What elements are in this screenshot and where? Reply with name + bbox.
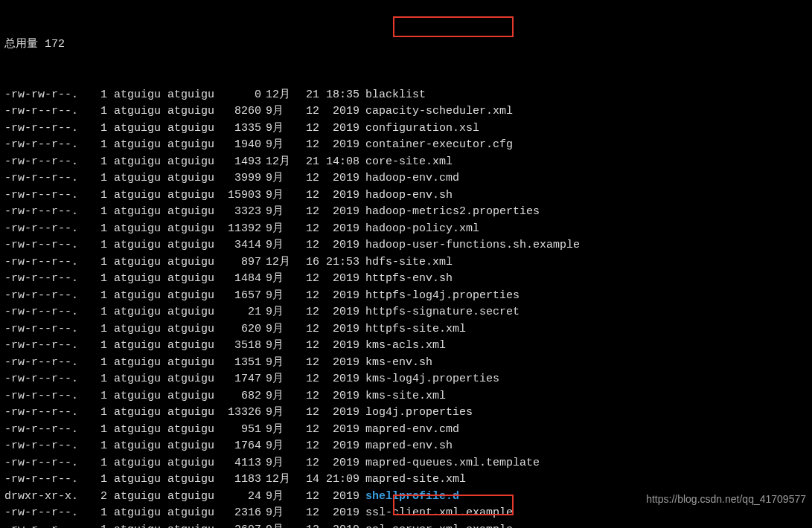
perm: -rw-r--r--.: [4, 103, 94, 120]
group: atguigu: [167, 489, 221, 506]
owner: atguigu: [114, 87, 167, 104]
file-row: -rw-r--r--.1 atguiguatguigu13519月122019k…: [4, 355, 808, 372]
owner: atguigu: [114, 103, 167, 120]
owner: atguigu: [114, 304, 167, 321]
size: 3414: [221, 237, 261, 254]
size: 4113: [221, 455, 261, 472]
day: 12: [297, 221, 319, 238]
file-row: -rw-rw-r--.1 atguiguatguigu012月2118:35bl…: [4, 87, 808, 104]
group: atguigu: [167, 321, 221, 338]
time: 2019: [319, 422, 359, 439]
day: 14: [297, 471, 319, 489]
links: 1: [94, 204, 107, 221]
size: 2697: [221, 522, 261, 529]
owner: atguigu: [114, 271, 167, 288]
size: 13326: [221, 405, 261, 422]
month: 9月: [261, 288, 297, 305]
size: 15903: [221, 187, 261, 205]
filename: shellprofile.d: [359, 489, 459, 506]
perm: -rw-r--r--.: [4, 471, 94, 489]
perm: -rw-r--r--.: [4, 137, 94, 154]
month: 9月: [261, 438, 297, 455]
owner: atguigu: [114, 371, 167, 388]
day: 12: [297, 304, 319, 321]
owner: atguigu: [114, 505, 167, 522]
size: 1335: [221, 120, 261, 138]
time: 2019: [319, 221, 359, 238]
group: atguigu: [167, 455, 221, 472]
size: 620: [221, 321, 261, 338]
size: 1764: [221, 438, 261, 455]
links: 2: [94, 489, 107, 506]
day: 12: [297, 321, 319, 338]
owner: atguigu: [114, 388, 167, 405]
filename: hadoop-metrics2.properties: [359, 204, 540, 221]
filename: ssl-client.xml.example: [359, 505, 513, 522]
file-row: -rw-r--r--.1 atguiguatguigu16579月122019h…: [4, 288, 808, 305]
size: 3999: [221, 170, 261, 187]
owner: atguigu: [114, 471, 167, 489]
month: 9月: [261, 221, 297, 238]
filename: blacklist: [359, 87, 426, 104]
file-row: -rw-r--r--.1 atguiguatguigu219月122019htt…: [4, 304, 808, 321]
size: 3518: [221, 338, 261, 355]
month: 9月: [261, 120, 297, 138]
time: 2019: [319, 405, 359, 422]
group: atguigu: [167, 137, 221, 154]
group: atguigu: [167, 154, 221, 171]
month: 9月: [261, 489, 297, 506]
time: 2019: [319, 455, 359, 472]
day: 12: [297, 338, 319, 355]
group: atguigu: [167, 471, 221, 489]
filename: hadoop-env.sh: [359, 187, 453, 205]
owner: atguigu: [114, 522, 167, 529]
day: 12: [297, 204, 319, 221]
filename: ssl-server.xml.example: [359, 522, 513, 529]
size: 897: [221, 254, 261, 271]
month: 12月: [261, 154, 297, 171]
file-row: -rw-r--r--.1 atguiguatguigu14849月122019h…: [4, 271, 808, 288]
time: 2019: [319, 338, 359, 355]
size: 3323: [221, 204, 261, 221]
time: 2019: [319, 103, 359, 120]
perm: -rw-r--r--.: [4, 288, 94, 305]
file-row: -rw-r--r--.1 atguiguatguigu17649月122019m…: [4, 438, 808, 455]
owner: atguigu: [114, 422, 167, 439]
perm: -rw-r--r--.: [4, 422, 94, 439]
links: 1: [94, 103, 107, 120]
filename: hadoop-policy.xml: [359, 221, 479, 238]
perm: -rw-r--r--.: [4, 455, 94, 472]
perm: -rw-r--r--.: [4, 254, 94, 271]
file-row: -rw-r--r--.1 atguiguatguigu13359月122019c…: [4, 120, 808, 138]
file-row: -rw-r--r--.1 atguiguatguigu149312月2114:0…: [4, 154, 808, 171]
time: 2019: [319, 321, 359, 338]
time: 2019: [319, 355, 359, 372]
day: 12: [297, 103, 319, 120]
group: atguigu: [167, 271, 221, 288]
file-row: drwxr-xr-x.2 atguiguatguigu249月122019she…: [4, 489, 808, 506]
filename: kms-site.xml: [359, 388, 446, 405]
day: 12: [297, 170, 319, 187]
time: 2019: [319, 288, 359, 305]
month: 12月: [261, 87, 297, 104]
owner: atguigu: [114, 321, 167, 338]
filename: mapred-queues.xml.template: [359, 455, 540, 472]
size: 11392: [221, 221, 261, 238]
size: 1493: [221, 154, 261, 171]
month: 9月: [261, 204, 297, 221]
file-row: -rw-r--r--.1 atguiguatguigu6829月122019km…: [4, 388, 808, 405]
day: 12: [297, 137, 319, 154]
links: 1: [94, 288, 107, 305]
filename: mapred-env.sh: [359, 438, 453, 455]
group: atguigu: [167, 422, 221, 439]
month: 9月: [261, 422, 297, 439]
owner: atguigu: [114, 204, 167, 221]
links: 1: [94, 438, 107, 455]
day: 12: [297, 489, 319, 506]
owner: atguigu: [114, 187, 167, 205]
month: 9月: [261, 355, 297, 372]
file-row: -rw-r--r--.1 atguiguatguigu19409月122019c…: [4, 137, 808, 154]
filename: core-site.xml: [359, 154, 453, 171]
size: 1940: [221, 137, 261, 154]
day: 12: [297, 187, 319, 205]
